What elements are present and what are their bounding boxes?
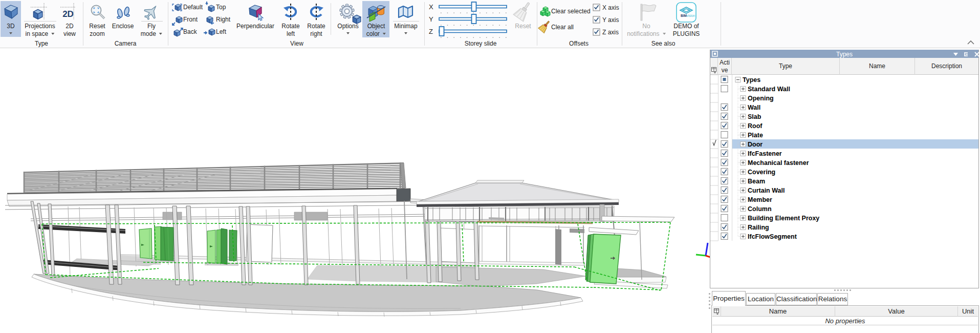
svg-text:Beam: Beam: [748, 178, 765, 185]
svg-text:Plate: Plate: [748, 132, 763, 139]
svg-text:Column: Column: [748, 205, 772, 213]
svg-text:Member: Member: [748, 196, 772, 203]
svg-text:IfcFlowSegment: IfcFlowSegment: [748, 233, 797, 240]
svg-text:Building Element Proxy: Building Element Proxy: [748, 215, 819, 222]
svg-text:Wall: Wall: [748, 104, 760, 111]
svg-text:Mechanical fastener: Mechanical fastener: [748, 159, 809, 167]
svg-text:Opening: Opening: [748, 95, 774, 102]
svg-text:Door: Door: [748, 141, 763, 148]
svg-text:vision: vision: [687, 14, 695, 17]
svg-text:IfcFastener: IfcFastener: [748, 150, 782, 157]
svg-text:BIM: BIM: [681, 14, 687, 17]
svg-text:Covering: Covering: [748, 169, 775, 176]
svg-text:Types: Types: [743, 76, 760, 84]
svg-text:Railing: Railing: [748, 224, 769, 231]
svg-text:Curtain Wall: Curtain Wall: [748, 187, 785, 194]
svg-text:Roof: Roof: [748, 122, 763, 130]
svg-text:Standard Wall: Standard Wall: [748, 86, 790, 93]
svg-text:Slab: Slab: [748, 113, 761, 120]
